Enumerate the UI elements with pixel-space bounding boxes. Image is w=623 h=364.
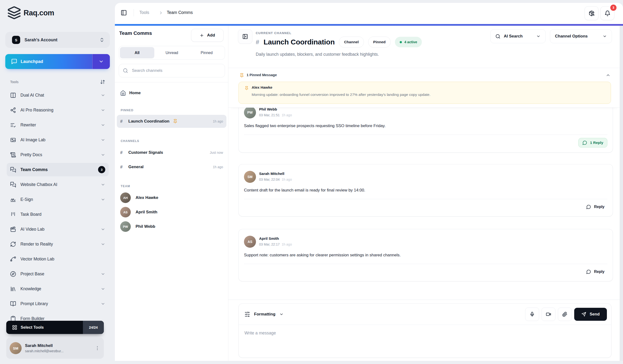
message-ago: 1h ago <box>282 178 292 181</box>
reply-button[interactable]: Reply <box>583 202 607 212</box>
team-member-april-smith[interactable]: AS April Smith <box>117 206 226 219</box>
member-avatar: AH <box>120 193 131 203</box>
plus-icon <box>200 33 204 38</box>
channel-search[interactable] <box>119 64 225 77</box>
tab-pinned[interactable]: Pinned <box>189 47 224 58</box>
collapse-panel-button[interactable] <box>238 29 252 44</box>
pinned-badge[interactable]: Pinned <box>368 37 391 48</box>
team-member-alex-hawke[interactable]: AH Alex Hawke <box>117 191 226 204</box>
sidebar-item-label: Form Builder <box>21 316 105 321</box>
sidebar-item-dual-ai-chat[interactable]: Dual AI Chat <box>7 88 109 102</box>
tab-all[interactable]: All <box>120 47 154 58</box>
scrollbar-track[interactable] <box>620 26 623 361</box>
sidebar-item-knowledge[interactable]: Knowledge <box>7 282 109 296</box>
channel-search-input[interactable] <box>132 68 221 73</box>
channel-list-panel: Team Comms Add All Unread Pinned Home PI… <box>115 26 228 361</box>
notifications-button[interactable]: 3 <box>601 6 614 20</box>
chevron-up-icon[interactable] <box>606 73 610 78</box>
message-divider <box>244 199 607 199</box>
paperclip-icon <box>562 312 567 317</box>
kanban-icon <box>10 212 16 217</box>
sidebar-item-form-builder[interactable]: Form Builder <box>7 312 109 321</box>
channel-item-general[interactable]: # General 1h ago <box>117 160 226 173</box>
sidebar-item-vector-motion-lab[interactable]: Vector Motion Lab <box>7 252 109 266</box>
sidebar-item-label: E-Sign <box>21 197 101 202</box>
channel-type-badge[interactable]: Channel <box>339 37 364 48</box>
channel-description: Daily launch updates, blockers, and cust… <box>256 52 379 57</box>
formatting-label: Formatting <box>254 312 275 317</box>
formatting-dropdown[interactable]: Formatting <box>245 311 284 317</box>
sidebar-item-render-to-reality[interactable]: Render to Reality <box>7 237 109 251</box>
sidebar-item-rewriter[interactable]: Rewriter <box>7 118 109 132</box>
channel-item-launch-coordination[interactable]: # Launch Coordination 1h ago <box>117 115 226 128</box>
select-tools-button[interactable]: Select Tools 24/24 <box>6 321 104 334</box>
channel-item-customer-signals[interactable]: # Customer Signals Just now <box>117 146 226 159</box>
chevron-down-icon <box>101 123 105 127</box>
sliders-icon <box>245 311 250 317</box>
sidebar-item-e-sign[interactable]: E-Sign <box>7 193 109 206</box>
app-window: Raq.com S Sarah's Account Launchpad Tool… <box>0 0 623 364</box>
chevron-down-icon <box>602 34 607 39</box>
message-text: Content draft for the launch email is re… <box>244 188 607 193</box>
scroll-icon <box>10 152 16 158</box>
select-tools-count: 24/24 <box>83 321 104 334</box>
add-channel-button[interactable]: Add <box>191 29 223 42</box>
video-button[interactable] <box>541 308 556 321</box>
launchpad-button[interactable]: Launchpad <box>5 54 110 69</box>
sidebar-item-task-board[interactable]: Task Board <box>7 208 109 221</box>
channel-name: General <box>128 165 143 169</box>
clapperboard-icon <box>10 226 16 232</box>
sidebar-item-website-chatbox-ai[interactable]: Website Chatbox AI <box>7 178 109 191</box>
channels-section-label: CHANNELS <box>121 139 139 143</box>
account-switcher[interactable]: S Sarah's Account <box>5 32 110 48</box>
message-input[interactable] <box>239 325 611 354</box>
message-list[interactable]: PW Phil Webb 03 Mar, 21:511h ago Sales f… <box>228 107 620 300</box>
sidebar-item-ai-video-lab[interactable]: AI Video Lab <box>7 222 109 236</box>
network-icon <box>10 107 16 113</box>
channel-options-button[interactable]: Channel Options <box>550 29 612 43</box>
mic-button[interactable] <box>525 308 539 321</box>
user-profile[interactable]: SM Sarah Mitchell sarah.mitchell@westbur… <box>6 338 104 359</box>
chevron-down-icon <box>536 34 541 39</box>
sidebar-item-home[interactable]: Home <box>117 86 226 100</box>
unread-count-badge: 3 <box>98 166 105 173</box>
sidebar-item-label: Project Base <box>21 272 101 277</box>
pin-icon <box>239 73 244 78</box>
reply-label: Reply <box>594 270 604 274</box>
online-dot <box>400 41 402 43</box>
reply-button[interactable]: 1 Reply <box>578 138 607 148</box>
send-button[interactable]: Send <box>574 308 607 321</box>
sidebar-item-pretty-docs[interactable]: Pretty Docs <box>7 148 109 161</box>
message-timestamp: 03 Mar, 22:041h ago <box>259 178 292 181</box>
ai-search-button[interactable]: AI Search <box>490 29 546 43</box>
sidebar-item-project-base[interactable]: Project Base <box>7 267 109 281</box>
member-avatar: PW <box>120 221 131 232</box>
tab-unread[interactable]: Unread <box>155 47 189 58</box>
sidebar-item-ai-pro-reasoning[interactable]: AI Pro Reasoning <box>7 103 109 117</box>
breadcrumb-parent[interactable]: Tools <box>139 10 149 15</box>
sidebar-item-team-comms[interactable]: Team Comms3 <box>7 163 109 176</box>
message-avatar: SM <box>244 171 256 183</box>
kebab-menu-icon[interactable] <box>95 345 100 351</box>
tools-section-label: Tools <box>10 80 19 84</box>
mic-icon <box>530 312 535 317</box>
team-member-phil-webb[interactable]: PW Phil Webb <box>117 220 226 233</box>
book-open-icon <box>10 301 16 307</box>
reply-button[interactable]: Reply <box>583 267 607 276</box>
pinned-message-card[interactable]: Alex Hawke Morning update: onboarding fu… <box>238 82 611 104</box>
sort-icon[interactable] <box>100 79 105 85</box>
sidebar-toggle-icon[interactable] <box>121 10 127 16</box>
grid-icon <box>12 325 17 330</box>
member-avatar: AS <box>120 207 131 217</box>
sidebar-item-prompt-library[interactable]: Prompt Library <box>7 297 109 310</box>
launchpad-label: Launchpad <box>21 59 43 64</box>
attach-button[interactable] <box>558 308 572 321</box>
package-search-button[interactable] <box>584 6 599 20</box>
home-icon <box>120 90 126 96</box>
message-author: April Smith <box>259 236 292 241</box>
launchpad-dropdown[interactable] <box>92 54 110 69</box>
sidebar-item-label: Prompt Library <box>21 301 101 306</box>
sidebar-item-ai-image-lab[interactable]: AI Image Lab <box>7 133 109 147</box>
channel-filter-tabs: All Unread Pinned <box>119 46 225 60</box>
reply-label: 1 Reply <box>590 141 603 145</box>
